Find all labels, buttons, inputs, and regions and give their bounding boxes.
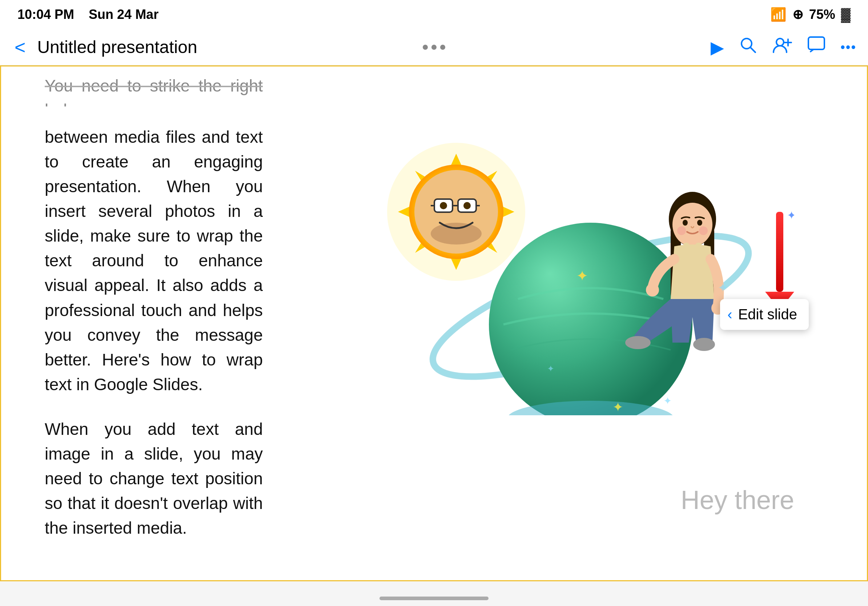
svg-point-29 — [440, 202, 447, 209]
svg-text:✦: ✦ — [718, 281, 728, 294]
svg-rect-5 — [808, 37, 825, 49]
top-nav-right: ▶ ••• — [711, 36, 856, 59]
top-nav-left: < Untitled presentation — [12, 33, 197, 61]
top-nav-bar: < Untitled presentation ▶ — [0, 29, 868, 65]
dot-1 — [423, 45, 428, 50]
signal-icon: ⊕ — [792, 7, 803, 22]
presentation-title: Untitled presentation — [37, 37, 197, 57]
slide-container: You need to strike the right balance bet… — [0, 65, 868, 606]
svg-point-2 — [777, 39, 784, 46]
svg-rect-52 — [776, 212, 783, 292]
slide-text-main: between media files and text to create a… — [45, 125, 263, 397]
svg-point-36 — [697, 220, 702, 226]
dot-3 — [440, 45, 445, 50]
back-button[interactable]: < — [12, 33, 28, 61]
status-right: 📶 ⊕ 75% ▓ — [770, 7, 851, 22]
tooltip-back-icon[interactable]: ‹ — [727, 306, 732, 323]
svg-text:✦: ✦ — [787, 209, 794, 221]
slide-text-area: You need to strike the right balance bet… — [1, 66, 277, 580]
play-button[interactable]: ▶ — [711, 37, 724, 57]
edit-slide-label: Edit slide — [738, 306, 797, 323]
svg-point-30 — [463, 202, 471, 209]
edit-slide-tooltip[interactable]: ‹ Edit slide — [720, 299, 809, 330]
slide-content: You need to strike the right balance bet… — [1, 66, 867, 580]
svg-point-35 — [683, 220, 688, 226]
slide-text-top-partial: You need to strike the right balance — [45, 74, 263, 107]
more-options-icon[interactable]: ••• — [840, 40, 856, 55]
header-center-dots — [423, 45, 445, 50]
comments-icon[interactable] — [807, 36, 826, 59]
status-time-date: 10:04 PM Sun 24 Mar — [17, 7, 158, 22]
svg-line-1 — [750, 47, 755, 52]
illustration-svg: ✦ ✦ ✦ ✦ ✦ — [336, 88, 772, 415]
svg-point-23 — [431, 223, 482, 244]
battery-icon: ▓ — [841, 7, 851, 22]
time: 10:04 PM — [17, 7, 74, 22]
svg-rect-39 — [684, 243, 689, 257]
battery-percent: 75% — [809, 7, 835, 22]
status-bar: 10:04 PM Sun 24 Mar 📶 ⊕ 75% ▓ — [0, 0, 868, 29]
svg-point-34 — [673, 203, 712, 246]
wifi-icon: 📶 — [770, 7, 787, 22]
dot-2 — [431, 45, 437, 50]
svg-point-38 — [699, 226, 708, 235]
add-person-icon[interactable] — [772, 36, 792, 59]
svg-point-37 — [677, 226, 686, 235]
svg-text:✦: ✦ — [547, 364, 554, 374]
search-icon[interactable] — [739, 36, 758, 59]
svg-text:✦: ✦ — [612, 400, 623, 414]
slide[interactable]: You need to strike the right balance bet… — [0, 65, 868, 581]
date: Sun 24 Mar — [89, 7, 158, 22]
svg-text:✦: ✦ — [576, 268, 589, 284]
slide-text-secondary: When you add text and image in a slide, … — [45, 417, 263, 540]
red-arrow-indicator: ✦ — [765, 204, 787, 299]
svg-point-42 — [625, 336, 651, 349]
hey-there-text: Hey there — [681, 485, 794, 515]
svg-rect-40 — [696, 243, 702, 257]
home-indicator — [380, 597, 488, 600]
svg-point-45 — [646, 283, 659, 297]
svg-point-43 — [693, 338, 715, 351]
svg-text:✦: ✦ — [663, 395, 672, 407]
